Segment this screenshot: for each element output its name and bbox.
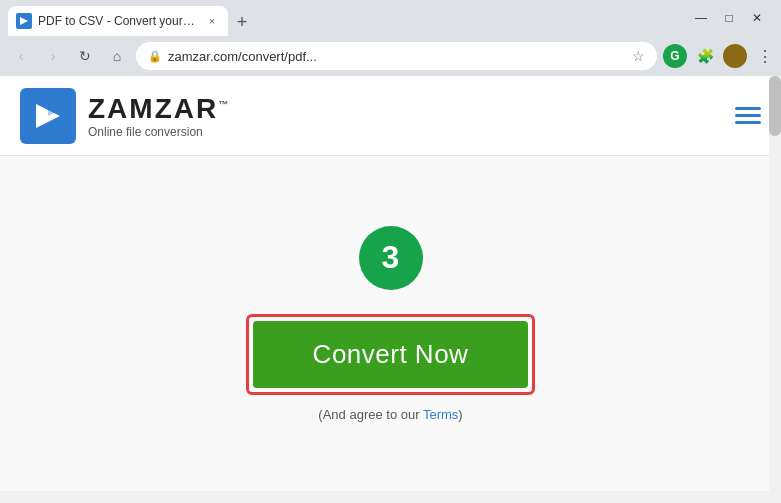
logo-box: [20, 88, 76, 144]
browser-tab[interactable]: PDF to CSV - Convert your PDF t ×: [8, 6, 228, 36]
address-bar: ‹ › ↻ ⌂ 🔒 zamzar.com/convert/pdf... ☆ G …: [0, 36, 781, 76]
address-input[interactable]: 🔒 zamzar.com/convert/pdf... ☆: [136, 42, 657, 70]
profile-icon[interactable]: [723, 44, 747, 68]
maximize-button[interactable]: □: [721, 10, 737, 26]
tab-area: PDF to CSV - Convert your PDF t × +: [8, 0, 689, 36]
hamburger-line-1: [735, 107, 761, 110]
hamburger-line-3: [735, 121, 761, 124]
hamburger-line-2: [735, 114, 761, 117]
close-button[interactable]: ✕: [749, 10, 765, 26]
new-tab-button[interactable]: +: [228, 8, 256, 36]
site-header: ZAMZAR™ Online file conversion: [0, 76, 781, 156]
page-content: ZAMZAR™ Online file conversion 3 Convert…: [0, 76, 781, 491]
step-number-circle: 3: [359, 226, 423, 290]
logo-text-area: ZAMZAR™ Online file conversion: [88, 93, 230, 139]
window-controls: — □ ✕: [693, 10, 773, 26]
hamburger-menu[interactable]: [735, 107, 761, 124]
home-button[interactable]: ⌂: [104, 43, 130, 69]
convert-button-wrapper: Convert Now: [246, 314, 536, 395]
extensions-icon[interactable]: 🧩: [693, 44, 717, 68]
back-button[interactable]: ‹: [8, 43, 34, 69]
main-section: 3 Convert Now (And agree to our Terms): [0, 156, 781, 491]
reload-button[interactable]: ↻: [72, 43, 98, 69]
browser-window: PDF to CSV - Convert your PDF t × + — □ …: [0, 0, 781, 503]
svg-marker-0: [20, 17, 28, 25]
tab-close-button[interactable]: ×: [204, 13, 220, 29]
convert-now-button[interactable]: Convert Now: [253, 321, 529, 388]
forward-button[interactable]: ›: [40, 43, 66, 69]
bookmark-icon[interactable]: ☆: [632, 48, 645, 64]
logo-name: ZAMZAR™: [88, 93, 230, 125]
extension-icons: G 🧩: [663, 44, 747, 68]
url-text: zamzar.com/convert/pdf...: [168, 49, 626, 64]
logo-area: ZAMZAR™ Online file conversion: [20, 88, 230, 144]
title-bar: PDF to CSV - Convert your PDF t × + — □ …: [0, 0, 781, 36]
minimize-button[interactable]: —: [693, 10, 709, 26]
grammarly-extension-icon[interactable]: G: [663, 44, 687, 68]
terms-link[interactable]: Terms: [423, 407, 458, 422]
scrollbar-thumb[interactable]: [769, 76, 781, 136]
vertical-scrollbar[interactable]: [769, 76, 781, 491]
tab-title: PDF to CSV - Convert your PDF t: [38, 14, 198, 28]
lock-icon: 🔒: [148, 50, 162, 63]
chrome-menu-icon[interactable]: ⋮: [757, 47, 773, 66]
horizontal-scrollbar[interactable]: [0, 491, 781, 503]
logo-tagline: Online file conversion: [88, 125, 230, 139]
terms-text: (And agree to our Terms): [318, 407, 462, 422]
tab-favicon: [16, 13, 32, 29]
